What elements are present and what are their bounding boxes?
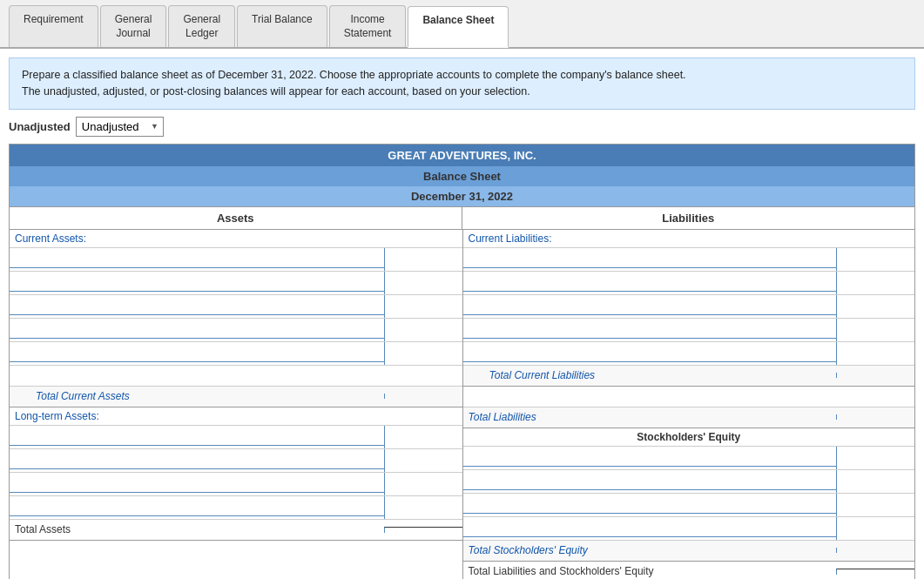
se-name-3[interactable]	[463, 495, 837, 514]
long-term-asset-amount-1[interactable]	[390, 428, 457, 446]
company-name: GREAT ADVENTURES, INC.	[10, 145, 914, 166]
se-name-2[interactable]	[463, 472, 837, 490]
se-amount-4[interactable]	[842, 520, 909, 537]
total-liabilities-row: Total Liabilities	[463, 407, 915, 428]
long-term-assets-label: Long-term Assets:	[10, 407, 462, 426]
current-asset-name-1[interactable]	[10, 250, 384, 268]
sheet-title: Balance Sheet	[10, 166, 914, 186]
tab-general-journal[interactable]: GeneralJournal	[100, 5, 167, 47]
current-liability-row-3[interactable]	[463, 295, 915, 319]
current-liability-row-1[interactable]	[463, 248, 915, 272]
long-term-asset-name-1[interactable]	[10, 428, 384, 446]
current-asset-name-4[interactable]	[10, 320, 384, 339]
filter-select-wrapper[interactable]: Unadjusted Adjusted Post-closing	[76, 117, 164, 137]
balance-sheet-table: GREAT ADVENTURES, INC. Balance Sheet Dec…	[9, 144, 915, 579]
liabilities-section: Current Liabilities:	[462, 230, 915, 579]
col-headers: Assets Liabilities	[10, 206, 914, 230]
se-row-1[interactable]	[463, 447, 915, 470]
long-term-asset-name-3[interactable]	[10, 475, 384, 493]
left-spacer	[10, 366, 462, 387]
total-se-row: Total Stockholders' Equity	[463, 541, 915, 562]
info-box: Prepare a classified balance sheet as of…	[9, 57, 915, 110]
se-name-4[interactable]	[463, 519, 837, 537]
current-asset-amount-4[interactable]	[390, 321, 457, 339]
total-current-liabilities-amount	[836, 373, 914, 378]
current-asset-amount-5[interactable]	[390, 345, 457, 362]
current-liability-row-2[interactable]	[463, 272, 915, 295]
current-liability-name-5[interactable]	[463, 344, 837, 362]
total-assets-label: Total Assets	[10, 521, 384, 538]
filter-label: Unadjusted	[9, 120, 71, 133]
long-term-asset-amount-4[interactable]	[390, 499, 457, 516]
total-se-amount	[836, 548, 914, 553]
current-asset-name-3[interactable]	[10, 297, 384, 315]
liabilities-header: Liabilities	[462, 207, 915, 230]
tab-requirement[interactable]: Requirement	[9, 5, 98, 47]
right-spacer	[463, 387, 915, 407]
total-liabilities-label: Total Liabilities	[463, 408, 837, 426]
total-current-assets-label: Total Current Assets	[10, 387, 384, 405]
total-assets-row: Total Assets	[10, 520, 462, 541]
se-amount-3[interactable]	[842, 496, 909, 514]
current-asset-amount-1[interactable]	[390, 251, 457, 268]
total-current-liabilities-row: Total Current Liabilities	[463, 366, 915, 387]
se-row-4[interactable]	[463, 517, 915, 541]
total-liabilities-equity-amount	[836, 569, 914, 575]
current-asset-row-3[interactable]	[10, 295, 462, 319]
current-liability-name-3[interactable]	[463, 297, 837, 315]
se-amount-2[interactable]	[842, 473, 909, 490]
bs-body: Current Assets:	[10, 230, 914, 579]
se-row-2[interactable]	[463, 470, 915, 494]
tab-general-ledger[interactable]: GeneralLedger	[168, 5, 235, 47]
long-term-asset-name-2[interactable]	[10, 451, 384, 469]
sheet-date: December 31, 2022	[10, 186, 914, 206]
se-amount-1[interactable]	[842, 449, 909, 467]
current-asset-name-2[interactable]	[10, 273, 384, 292]
tabs-bar: Requirement GeneralJournal GeneralLedger…	[0, 0, 924, 49]
se-row-3[interactable]	[463, 494, 915, 517]
info-text: Prepare a classified balance sheet as of…	[22, 69, 686, 98]
assets-header: Assets	[10, 207, 462, 230]
current-liabilities-label: Current Liabilities:	[463, 230, 915, 248]
tab-trial-balance[interactable]: Trial Balance	[237, 5, 327, 47]
current-liability-name-4[interactable]	[463, 320, 837, 339]
tab-income-statement[interactable]: IncomeStatement	[329, 5, 407, 47]
total-current-assets-amount	[384, 394, 462, 399]
current-liability-amount-2[interactable]	[842, 274, 909, 292]
assets-section: Current Assets:	[10, 230, 462, 579]
total-liabilities-equity-label: Total Liabilities and Stockholders' Equi…	[463, 562, 837, 579]
total-liabilities-amount	[836, 414, 914, 420]
long-term-asset-row-2[interactable]	[10, 449, 462, 473]
current-liability-row-5[interactable]	[463, 342, 915, 366]
current-asset-row-4[interactable]	[10, 319, 462, 342]
current-liability-name-2[interactable]	[463, 273, 837, 292]
long-term-asset-name-4[interactable]	[10, 498, 384, 516]
filter-select[interactable]: Unadjusted Adjusted Post-closing	[76, 117, 164, 137]
current-asset-amount-2[interactable]	[390, 274, 457, 292]
current-liability-amount-1[interactable]	[842, 251, 909, 268]
current-liability-amount-4[interactable]	[842, 321, 909, 339]
stockholders-equity-header: Stockholders' Equity	[463, 428, 915, 447]
long-term-asset-amount-3[interactable]	[390, 475, 457, 493]
long-term-asset-row-1[interactable]	[10, 426, 462, 449]
total-se-label: Total Stockholders' Equity	[463, 542, 837, 559]
total-liabilities-equity-row: Total Liabilities and Stockholders' Equi…	[463, 562, 915, 579]
current-asset-amount-3[interactable]	[390, 298, 457, 315]
current-asset-row-1[interactable]	[10, 248, 462, 272]
total-current-assets-row: Total Current Assets	[10, 387, 462, 407]
current-asset-row-5[interactable]	[10, 342, 462, 366]
current-liability-amount-5[interactable]	[842, 345, 909, 362]
long-term-asset-row-4[interactable]	[10, 496, 462, 520]
tab-balance-sheet[interactable]: Balance Sheet	[408, 6, 509, 48]
long-term-asset-amount-2[interactable]	[390, 452, 457, 469]
current-liability-amount-3[interactable]	[842, 298, 909, 315]
current-asset-name-5[interactable]	[10, 344, 384, 362]
current-liability-row-4[interactable]	[463, 319, 915, 342]
current-asset-row-2[interactable]	[10, 272, 462, 295]
current-assets-label: Current Assets:	[10, 230, 462, 248]
long-term-asset-row-3[interactable]	[10, 473, 462, 496]
se-name-1[interactable]	[463, 448, 837, 467]
filter-row: Unadjusted Unadjusted Adjusted Post-clos…	[9, 117, 915, 137]
total-assets-amount	[384, 527, 462, 533]
current-liability-name-1[interactable]	[463, 250, 837, 268]
